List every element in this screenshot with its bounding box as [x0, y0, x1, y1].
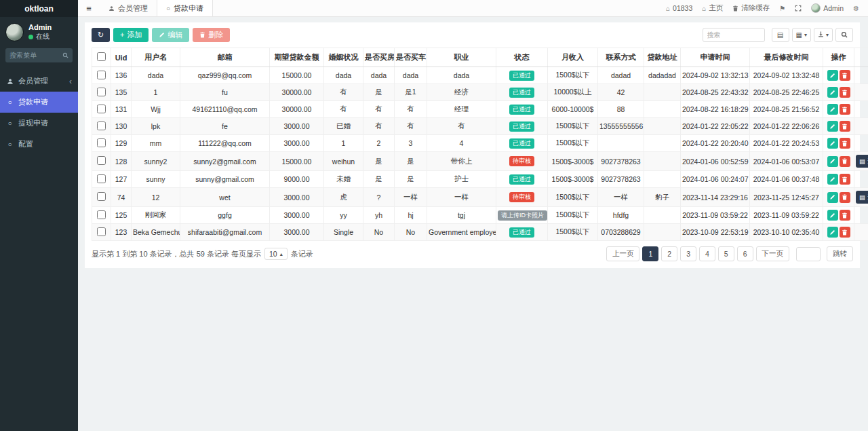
- column-header[interactable]: 邮箱: [180, 48, 270, 67]
- sidebar-item-loans[interactable]: ○ 贷款申请: [0, 92, 78, 113]
- apply-time-cell: 2023-11-14 23:29:16: [681, 188, 750, 207]
- add-button[interactable]: + 添加: [113, 28, 149, 42]
- column-header[interactable]: 状态: [496, 48, 548, 67]
- status-cell: 已通过: [496, 118, 548, 135]
- marital-status-cell: 已婚: [324, 118, 363, 135]
- delete-row-button[interactable]: [840, 87, 850, 98]
- row-checkbox[interactable]: [97, 138, 106, 147]
- delete-row-button[interactable]: [840, 104, 850, 115]
- column-header[interactable]: 贷款地址: [644, 48, 681, 67]
- home-link[interactable]: ⌂ 主页: [697, 0, 728, 16]
- row-checkbox[interactable]: [97, 192, 106, 201]
- search-button[interactable]: [835, 28, 853, 42]
- modified-time-cell: 2024-01-06 00:53:07: [750, 152, 823, 171]
- uid-cell: 136: [111, 67, 132, 84]
- page-number-button[interactable]: 4: [699, 246, 715, 261]
- column-header[interactable]: 职业: [427, 48, 496, 67]
- edit-row-button[interactable]: [827, 70, 838, 81]
- column-header[interactable]: 最后修改时间: [750, 48, 823, 67]
- column-header[interactable]: 婚姻状况: [324, 48, 363, 67]
- user-menu[interactable]: Admin: [806, 0, 848, 16]
- column-header[interactable]: 联系方式: [598, 48, 644, 67]
- row-checkbox[interactable]: [97, 210, 106, 219]
- address-cell: 豹子: [644, 188, 681, 207]
- row-checkbox[interactable]: [97, 227, 106, 236]
- edit-row-button[interactable]: [827, 138, 838, 149]
- page-number-button[interactable]: 3: [680, 246, 696, 261]
- occupation-cell: 护士: [427, 171, 496, 188]
- sidebar-toggle-button[interactable]: ≡: [78, 0, 100, 16]
- edit-row-button[interactable]: [827, 121, 838, 132]
- visit-counter[interactable]: ⌂ 01833: [661, 0, 697, 16]
- row-checkbox[interactable]: [97, 71, 106, 79]
- export-button[interactable]: ▾: [814, 28, 833, 42]
- column-header[interactable]: 期望贷款金额: [270, 48, 324, 67]
- checkbox-cell: [92, 171, 111, 188]
- page-number-button[interactable]: 5: [718, 246, 734, 261]
- language-button[interactable]: ⚑: [774, 0, 790, 16]
- delete-row-button[interactable]: [840, 227, 850, 238]
- delete-row-button[interactable]: [840, 156, 850, 167]
- column-header[interactable]: 是否买车: [395, 48, 427, 67]
- delete-row-button[interactable]: [840, 70, 850, 81]
- column-header[interactable]: Uid: [111, 48, 132, 67]
- delete-row-button[interactable]: [840, 192, 850, 203]
- row-checkbox[interactable]: [97, 105, 106, 113]
- table-search-input[interactable]: [703, 28, 765, 42]
- delete-row-button[interactable]: [840, 121, 850, 132]
- fullscreen-button[interactable]: [790, 0, 806, 16]
- select-all-checkbox[interactable]: [97, 52, 106, 61]
- status-badge: 已通过: [509, 227, 534, 238]
- prev-page-button[interactable]: 上一页: [606, 246, 640, 261]
- start-review-button[interactable]: ▤开始审核: [856, 191, 868, 204]
- edit-row-button[interactable]: [827, 87, 838, 98]
- column-header[interactable]: 月收入: [548, 48, 598, 67]
- app-logo[interactable]: oktloan: [0, 0, 78, 17]
- column-header[interactable]: 操作: [823, 48, 854, 67]
- page-size-dropdown[interactable]: 10 ▴: [264, 248, 288, 260]
- delete-row-button[interactable]: [840, 138, 850, 149]
- row-checkbox[interactable]: [97, 174, 106, 183]
- jump-button[interactable]: 跳转: [827, 246, 853, 261]
- column-header[interactable]: 审核: [854, 48, 868, 67]
- edit-row-button[interactable]: [827, 210, 838, 221]
- edit-row-button[interactable]: [827, 104, 838, 115]
- sidebar-item-config[interactable]: ○ 配置: [0, 134, 78, 155]
- page-number-button[interactable]: 6: [737, 246, 753, 261]
- start-review-button[interactable]: ▤开始审核: [856, 155, 868, 168]
- next-page-button[interactable]: 下一页: [756, 246, 790, 261]
- tab-loans[interactable]: ○ 贷款申请: [157, 0, 213, 16]
- row-checkbox[interactable]: [97, 121, 106, 130]
- sidebar-item-members[interactable]: 会员管理 ‹: [0, 71, 78, 92]
- checkbox-cell: [92, 67, 111, 84]
- edit-row-button[interactable]: [827, 156, 838, 167]
- page-number-button[interactable]: 2: [661, 246, 677, 261]
- search-icon[interactable]: [62, 52, 68, 58]
- edit-row-button[interactable]: [827, 227, 838, 238]
- column-header[interactable]: 申请时间: [681, 48, 750, 67]
- delete-button[interactable]: 删除: [193, 28, 230, 42]
- edit-button[interactable]: 编辑: [152, 28, 189, 42]
- column-header[interactable]: 是否买房: [363, 48, 395, 67]
- tab-members[interactable]: 会员管理: [100, 0, 157, 16]
- row-checkbox[interactable]: [97, 88, 106, 96]
- settings-button[interactable]: ⚙: [848, 0, 864, 16]
- edit-row-button[interactable]: [827, 174, 838, 185]
- refresh-button[interactable]: ↻: [92, 28, 110, 42]
- detail-view-button[interactable]: ▤: [772, 28, 789, 42]
- clear-cache-button[interactable]: 清除缓存: [728, 0, 774, 16]
- delete-row-button[interactable]: [840, 210, 850, 221]
- row-checkbox[interactable]: [97, 156, 106, 165]
- occupation-cell: 有: [427, 118, 496, 135]
- delete-row-button[interactable]: [840, 174, 850, 185]
- edit-row-button[interactable]: [827, 192, 838, 203]
- page-number-button[interactable]: 1: [642, 246, 658, 261]
- sidebar-item-withdrawals[interactable]: ○ 提现申请: [0, 113, 78, 134]
- loan-amount-cell: 30000.00: [270, 84, 324, 101]
- jump-page-input[interactable]: [796, 247, 821, 261]
- menu-search-input[interactable]: [9, 52, 62, 59]
- trash-icon: [732, 5, 738, 12]
- column-header[interactable]: 用户名: [132, 48, 180, 67]
- columns-button[interactable]: ▦ ▾: [792, 28, 811, 42]
- modified-time-cell: 2024-09-02 13:32:48: [750, 67, 823, 84]
